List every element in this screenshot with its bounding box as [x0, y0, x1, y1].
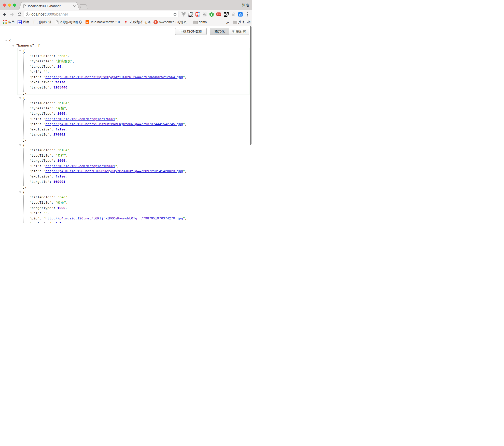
svg-text:A: A: [154, 21, 156, 24]
svg-text:en: en: [188, 14, 191, 17]
svg-text:v: v: [86, 21, 88, 24]
svg-text:y: y: [125, 20, 127, 24]
svg-text:英: 英: [191, 12, 193, 14]
svg-text:E: E: [198, 13, 200, 16]
